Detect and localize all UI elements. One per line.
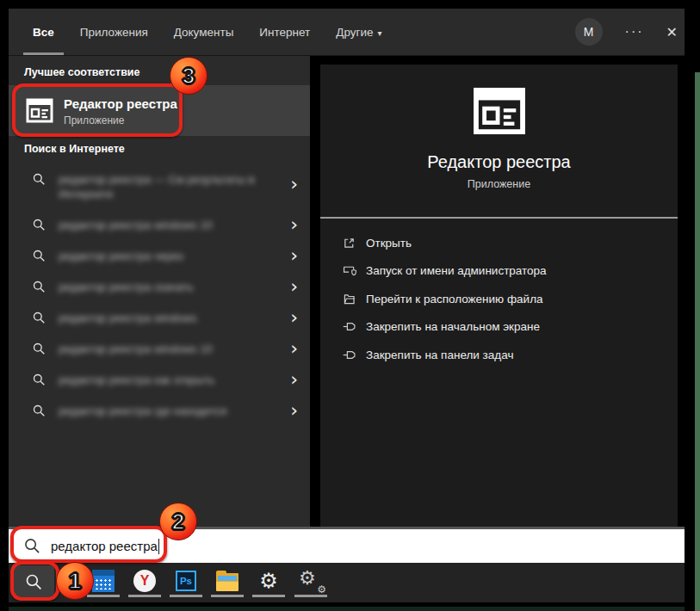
running-indicator: [252, 595, 285, 597]
active-tab-indicator: [23, 52, 64, 55]
best-match-header: Лучшее соответствие: [24, 66, 139, 78]
search-icon: [33, 343, 52, 355]
web-suggestion[interactable]: редактор реестра windows 10 ›: [9, 333, 310, 364]
run-as-admin-icon: [341, 263, 356, 279]
close-icon[interactable]: ✕: [666, 24, 678, 40]
taskbar-calendar-button[interactable]: [92, 570, 115, 592]
file-explorer-icon: [216, 573, 238, 591]
action-pin-to-start[interactable]: Закрепить на начальном экране: [341, 318, 547, 336]
registry-editor-icon-large: [473, 87, 526, 135]
search-window-header: Все Приложения Документы Интернет Другие…: [9, 9, 685, 56]
tab-more-label: Другие: [336, 26, 373, 39]
web-suggestion[interactable]: редактор реестра windows 10 ›: [9, 209, 310, 240]
pin-start-icon: [341, 319, 356, 335]
running-indicator: [294, 595, 327, 597]
account-avatar[interactable]: M: [575, 18, 603, 46]
preview-subtitle: Приложение: [320, 178, 678, 190]
tab-all[interactable]: Все: [33, 26, 54, 39]
taskbar-yandex-button[interactable]: Y: [133, 570, 156, 592]
web-suggestion[interactable]: редактор реестра скачать ›: [9, 271, 310, 302]
filter-tabs: Все Приложения Документы Интернет Другие…: [33, 9, 382, 55]
best-match-item[interactable]: Редактор реестра Приложение: [9, 85, 310, 136]
photoshop-icon: Ps: [176, 571, 196, 591]
taskbar: Y Ps ⚙ ⚙⚙: [9, 563, 685, 602]
action-list: Открыть Запуск от имени администратора П…: [341, 233, 547, 364]
search-icon: [33, 250, 52, 262]
suggestion-text: редактор реестра как открыть: [59, 373, 214, 387]
suggestion-text: редактор реестра где находится: [59, 404, 226, 418]
registry-editor-icon: [26, 98, 53, 123]
search-icon: [33, 281, 52, 293]
file-location-icon: [341, 291, 356, 306]
preview-title: Редактор реестра: [320, 152, 678, 172]
chevron-right-icon[interactable]: ›: [290, 249, 298, 262]
tab-more[interactable]: Другие▾: [336, 26, 381, 39]
action-label: Запуск от имени администратора: [366, 264, 547, 277]
screenshot-root: Все Приложения Документы Интернет Другие…: [0, 0, 700, 611]
taskbar-settings-button[interactable]: ⚙: [257, 570, 280, 592]
chevron-down-icon: ▾: [377, 28, 381, 38]
tab-documents[interactable]: Документы: [174, 26, 234, 39]
web-search-header: Поиск в Интернете: [24, 143, 125, 155]
chevron-right-icon[interactable]: ›: [290, 280, 298, 293]
chevron-right-icon[interactable]: ›: [290, 342, 298, 355]
web-suggestion[interactable]: редактор реестра через ›: [9, 240, 310, 271]
chevron-right-icon[interactable]: ›: [290, 177, 298, 191]
search-icon: [33, 373, 52, 386]
search-input[interactable]: редактор реестра: [9, 529, 685, 563]
action-pin-to-taskbar[interactable]: Закрепить на панели задач: [341, 345, 547, 364]
taskbar-explorer-button[interactable]: [216, 570, 238, 592]
search-icon: [24, 538, 40, 554]
search-icon: [33, 219, 52, 231]
desktop-bottom-edge: [9, 607, 685, 611]
suggestion-text: редактор реестра windows 10: [59, 218, 213, 232]
taskbar-photoshop-button[interactable]: Ps: [175, 570, 197, 592]
suggestion-text: редактор реестра windows 10: [59, 342, 213, 356]
more-options-icon[interactable]: ···: [625, 24, 644, 40]
action-label: Перейти к расположению файла: [366, 293, 543, 306]
web-suggestions-list: редактор реестра — См результаты в Интер…: [9, 166, 310, 426]
preview-panel: Редактор реестра Приложение Открыть Запу…: [320, 65, 678, 527]
search-icon: [33, 173, 52, 186]
chevron-right-icon[interactable]: ›: [290, 404, 298, 417]
suggestion-text: редактор реестра windows: [59, 311, 197, 325]
chevron-right-icon[interactable]: ›: [290, 218, 298, 231]
search-icon: [33, 404, 52, 417]
best-match-subtitle: Приложение: [64, 114, 177, 127]
tab-apps[interactable]: Приложения: [80, 26, 148, 39]
action-label: Закрепить на панели задач: [366, 349, 513, 361]
calendar-icon: [92, 570, 115, 592]
desktop-edge: [695, 72, 700, 611]
chevron-right-icon[interactable]: ›: [290, 373, 298, 386]
action-run-as-admin[interactable]: Запуск от имени администратора: [341, 262, 547, 281]
tab-web[interactable]: Интернет: [259, 26, 310, 39]
web-suggestion[interactable]: редактор реестра — См результаты в Интер…: [9, 166, 310, 209]
web-suggestion[interactable]: редактор реестра где находится ›: [9, 395, 310, 426]
action-label: Открыть: [366, 237, 412, 250]
action-open[interactable]: Открыть: [341, 233, 547, 252]
action-file-location[interactable]: Перейти к расположению файла: [341, 289, 547, 308]
running-indicator: [170, 595, 202, 597]
text-cursor: [158, 539, 160, 554]
yandex-browser-icon: Y: [133, 570, 156, 592]
taskbar-services-button[interactable]: ⚙⚙: [299, 570, 325, 592]
open-icon: [341, 235, 356, 250]
running-indicator: [87, 595, 120, 597]
best-match-title: Редактор реестра: [64, 96, 177, 112]
pin-taskbar-icon: [341, 347, 356, 362]
web-suggestion[interactable]: редактор реестра windows ›: [9, 302, 310, 333]
search-input-value: редактор реестра: [51, 539, 158, 553]
results-panel: Лучшее соответствие Редактор реестра При…: [9, 56, 310, 527]
search-icon: [33, 312, 52, 324]
preview-divider: [320, 217, 678, 219]
suggestion-text: редактор реестра скачать: [59, 280, 194, 294]
chevron-right-icon[interactable]: ›: [290, 311, 298, 324]
suggestion-text: редактор реестра — См результаты в Интер…: [59, 172, 263, 201]
web-suggestion[interactable]: редактор реестра как открыть ›: [9, 364, 310, 395]
running-indicator: [211, 595, 244, 597]
suggestion-text: редактор реестра через: [59, 249, 183, 263]
action-label: Закрепить на начальном экране: [366, 320, 540, 333]
gears-icon: ⚙⚙: [299, 569, 325, 593]
gear-icon: ⚙: [259, 571, 278, 591]
taskbar-search-button[interactable]: [14, 565, 54, 598]
